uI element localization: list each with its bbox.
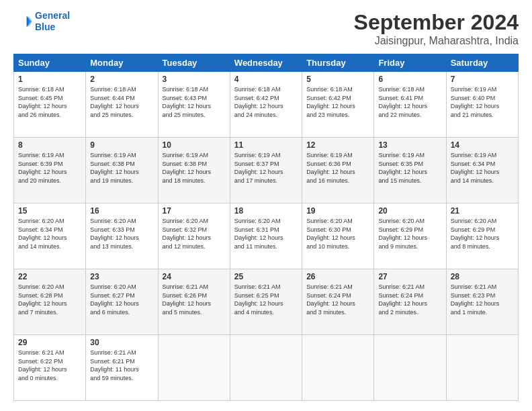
day-info: Sunrise: 6:20 AM Sunset: 6:30 PM Dayligh…	[306, 217, 369, 250]
calendar-cell: 17Sunrise: 6:20 AM Sunset: 6:32 PM Dayli…	[158, 203, 230, 269]
calendar-cell: 15Sunrise: 6:20 AM Sunset: 6:34 PM Dayli…	[14, 203, 86, 269]
subtitle: Jaisingpur, Maharashtra, India	[354, 35, 519, 47]
calendar-cell	[374, 335, 446, 401]
day-info: Sunrise: 6:19 AM Sunset: 6:40 PM Dayligh…	[451, 85, 514, 119]
main-title: September 2024	[354, 10, 519, 35]
day-number: 17	[163, 206, 226, 216]
col-sunday: Sunday	[14, 54, 86, 72]
col-saturday: Saturday	[446, 54, 518, 72]
col-thursday: Thursday	[302, 54, 374, 72]
day-info: Sunrise: 6:20 AM Sunset: 6:33 PM Dayligh…	[90, 217, 153, 250]
title-block: September 2024 Jaisingpur, Maharashtra, …	[354, 10, 519, 47]
calendar-cell: 14Sunrise: 6:19 AM Sunset: 6:34 PM Dayli…	[446, 138, 518, 203]
calendar-cell: 7Sunrise: 6:19 AM Sunset: 6:40 PM Daylig…	[446, 72, 518, 138]
day-info: Sunrise: 6:21 AM Sunset: 6:24 PM Dayligh…	[378, 283, 441, 316]
day-number: 2	[90, 75, 153, 84]
header: General Blue September 2024 Jaisingpur, …	[13, 10, 519, 47]
day-number: 20	[378, 206, 441, 216]
logo-text: General Blue	[35, 10, 70, 33]
day-number: 1	[18, 75, 81, 84]
day-info: Sunrise: 6:18 AM Sunset: 6:42 PM Dayligh…	[234, 85, 298, 119]
day-info: Sunrise: 6:19 AM Sunset: 6:34 PM Dayligh…	[451, 151, 514, 185]
day-number: 3	[163, 75, 226, 84]
logo-line2: Blue	[35, 21, 55, 32]
calendar-cell: 10Sunrise: 6:19 AM Sunset: 6:38 PM Dayli…	[158, 138, 230, 203]
day-info: Sunrise: 6:21 AM Sunset: 6:22 PM Dayligh…	[18, 349, 81, 382]
day-number: 23	[90, 272, 153, 281]
day-info: Sunrise: 6:19 AM Sunset: 6:36 PM Dayligh…	[306, 151, 369, 185]
calendar-cell: 24Sunrise: 6:21 AM Sunset: 6:26 PM Dayli…	[158, 269, 230, 335]
calendar-cell: 27Sunrise: 6:21 AM Sunset: 6:24 PM Dayli…	[374, 269, 446, 335]
calendar-cell: 19Sunrise: 6:20 AM Sunset: 6:30 PM Dayli…	[302, 203, 374, 269]
day-info: Sunrise: 6:21 AM Sunset: 6:25 PM Dayligh…	[234, 283, 298, 316]
calendar-cell: 30Sunrise: 6:21 AM Sunset: 6:21 PM Dayli…	[86, 335, 158, 401]
day-number: 4	[234, 75, 298, 84]
day-number: 10	[163, 140, 226, 150]
calendar-cell	[158, 335, 230, 401]
day-number: 19	[306, 206, 369, 216]
day-info: Sunrise: 6:18 AM Sunset: 6:43 PM Dayligh…	[163, 85, 226, 119]
day-info: Sunrise: 6:20 AM Sunset: 6:32 PM Dayligh…	[163, 217, 226, 250]
calendar-cell: 20Sunrise: 6:20 AM Sunset: 6:29 PM Dayli…	[374, 203, 446, 269]
calendar-cell: 4Sunrise: 6:18 AM Sunset: 6:42 PM Daylig…	[230, 72, 302, 138]
day-info: Sunrise: 6:19 AM Sunset: 6:38 PM Dayligh…	[163, 151, 226, 185]
day-info: Sunrise: 6:20 AM Sunset: 6:34 PM Dayligh…	[18, 217, 81, 250]
day-info: Sunrise: 6:18 AM Sunset: 6:42 PM Dayligh…	[306, 85, 369, 119]
calendar-table: Sunday Monday Tuesday Wednesday Thursday…	[13, 54, 519, 401]
calendar-cell: 9Sunrise: 6:19 AM Sunset: 6:38 PM Daylig…	[86, 138, 158, 203]
day-info: Sunrise: 6:21 AM Sunset: 6:21 PM Dayligh…	[90, 349, 153, 382]
day-number: 24	[163, 272, 226, 281]
day-number: 30	[90, 338, 153, 347]
day-info: Sunrise: 6:21 AM Sunset: 6:24 PM Dayligh…	[306, 283, 369, 316]
day-number: 27	[378, 272, 441, 281]
calendar-cell	[230, 335, 302, 401]
day-number: 22	[18, 272, 81, 281]
col-friday: Friday	[374, 54, 446, 72]
calendar-cell: 3Sunrise: 6:18 AM Sunset: 6:43 PM Daylig…	[158, 72, 230, 138]
calendar-cell	[302, 335, 374, 401]
day-number: 25	[234, 272, 298, 281]
day-number: 9	[90, 140, 153, 150]
logo: General Blue	[13, 10, 70, 33]
day-info: Sunrise: 6:18 AM Sunset: 6:41 PM Dayligh…	[378, 85, 441, 119]
day-info: Sunrise: 6:18 AM Sunset: 6:44 PM Dayligh…	[90, 85, 153, 119]
day-info: Sunrise: 6:21 AM Sunset: 6:23 PM Dayligh…	[451, 283, 514, 316]
calendar-cell: 1Sunrise: 6:18 AM Sunset: 6:45 PM Daylig…	[14, 72, 86, 138]
calendar-cell: 11Sunrise: 6:19 AM Sunset: 6:37 PM Dayli…	[230, 138, 302, 203]
day-info: Sunrise: 6:20 AM Sunset: 6:29 PM Dayligh…	[378, 217, 441, 250]
calendar-cell: 13Sunrise: 6:19 AM Sunset: 6:35 PM Dayli…	[374, 138, 446, 203]
day-number: 21	[451, 206, 514, 216]
calendar-cell: 16Sunrise: 6:20 AM Sunset: 6:33 PM Dayli…	[86, 203, 158, 269]
day-number: 11	[234, 140, 298, 150]
calendar-week-5: 29Sunrise: 6:21 AM Sunset: 6:22 PM Dayli…	[14, 335, 519, 401]
day-number: 16	[90, 206, 153, 216]
day-number: 28	[451, 272, 514, 281]
calendar-cell: 5Sunrise: 6:18 AM Sunset: 6:42 PM Daylig…	[302, 72, 374, 138]
col-wednesday: Wednesday	[230, 54, 302, 72]
day-number: 29	[18, 338, 81, 347]
day-number: 12	[306, 140, 369, 150]
calendar-cell: 21Sunrise: 6:20 AM Sunset: 6:29 PM Dayli…	[446, 203, 518, 269]
calendar-cell: 2Sunrise: 6:18 AM Sunset: 6:44 PM Daylig…	[86, 72, 158, 138]
logo-icon	[13, 12, 32, 31]
day-info: Sunrise: 6:21 AM Sunset: 6:26 PM Dayligh…	[163, 283, 226, 316]
day-info: Sunrise: 6:19 AM Sunset: 6:39 PM Dayligh…	[18, 151, 81, 185]
calendar-week-2: 8Sunrise: 6:19 AM Sunset: 6:39 PM Daylig…	[14, 138, 519, 203]
calendar-header-row: Sunday Monday Tuesday Wednesday Thursday…	[14, 54, 519, 72]
day-number: 18	[234, 206, 298, 216]
day-number: 26	[306, 272, 369, 281]
calendar-week-3: 15Sunrise: 6:20 AM Sunset: 6:34 PM Dayli…	[14, 203, 519, 269]
day-number: 7	[451, 75, 514, 84]
calendar-cell: 8Sunrise: 6:19 AM Sunset: 6:39 PM Daylig…	[14, 138, 86, 203]
day-number: 13	[378, 140, 441, 150]
calendar-cell: 25Sunrise: 6:21 AM Sunset: 6:25 PM Dayli…	[230, 269, 302, 335]
calendar-cell: 29Sunrise: 6:21 AM Sunset: 6:22 PM Dayli…	[14, 335, 86, 401]
day-number: 14	[451, 140, 514, 150]
calendar-week-1: 1Sunrise: 6:18 AM Sunset: 6:45 PM Daylig…	[14, 72, 519, 138]
logo-line1: General	[35, 10, 70, 21]
calendar-cell	[446, 335, 518, 401]
page: General Blue September 2024 Jaisingpur, …	[0, 0, 532, 411]
day-info: Sunrise: 6:19 AM Sunset: 6:35 PM Dayligh…	[378, 151, 441, 185]
col-tuesday: Tuesday	[158, 54, 230, 72]
day-number: 15	[18, 206, 81, 216]
